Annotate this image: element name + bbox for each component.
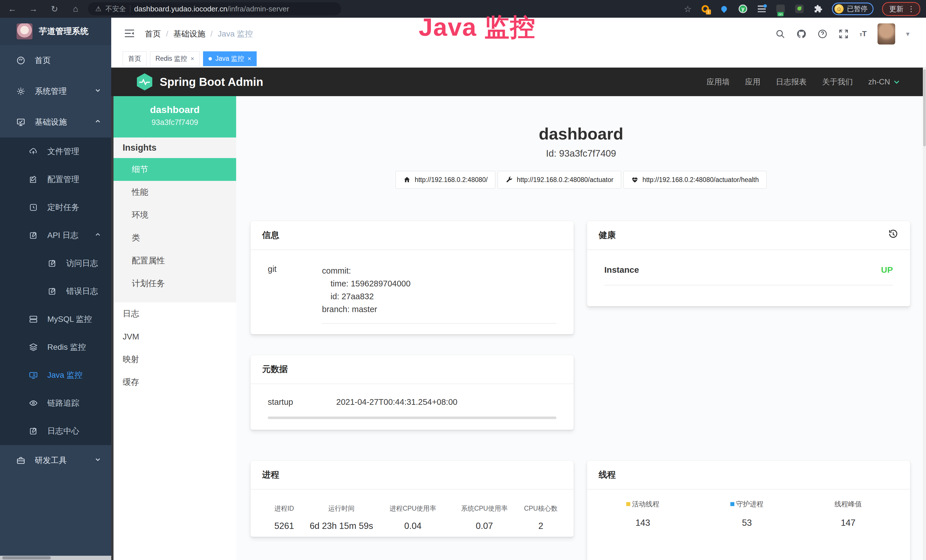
reload-icon[interactable]: ↻ — [50, 4, 59, 14]
sba-item-metrics[interactable]: 性能 — [113, 181, 236, 204]
address-bar[interactable]: ⚠ 不安全 dashboard.yudao.iocoder.cn/infra/a… — [88, 2, 341, 15]
tab-java-monitor[interactable]: Java 监控× — [203, 51, 257, 66]
sidebar-item-java-monitor[interactable]: Java 监控 — [0, 361, 111, 389]
sba-item-config-props[interactable]: 配置属性 — [113, 249, 236, 272]
sba-nav-wallboard[interactable]: 应用墙 — [707, 77, 729, 87]
threads-card: 线程 活动线程 143 守护进程 53 — [587, 460, 910, 560]
clock-history-icon — [29, 203, 38, 212]
sidebar-item-trace[interactable]: 链路追踪 — [0, 389, 111, 417]
sidebar-item-dev-tools[interactable]: 研发工具 — [0, 445, 111, 476]
home-icon — [403, 176, 411, 183]
sidebar-item-config-manage[interactable]: 配置管理 — [0, 165, 111, 194]
health-url-button[interactable]: http://192.168.0.2:48080/actuator/health — [623, 171, 767, 189]
annotation-java-monitor: Java 监控 — [419, 10, 536, 44]
sba-item-environment[interactable]: 环境 — [113, 204, 236, 227]
peak-threads-value: 147 — [795, 518, 901, 528]
server-icon — [29, 315, 38, 324]
horizontal-scrollbar[interactable] — [0, 556, 111, 560]
sidebar-item-system[interactable]: 系统管理 — [0, 76, 111, 107]
extension-grid-icon[interactable] — [757, 4, 767, 14]
extension-leaf-icon[interactable] — [794, 4, 805, 14]
sba-logo-icon — [137, 73, 152, 91]
sidebar-item-redis-monitor[interactable]: Redis 监控 — [0, 333, 111, 361]
help-icon[interactable] — [817, 29, 828, 39]
sba-instance-header[interactable]: dashboard 93a3fc7f7409 — [113, 96, 236, 138]
info-row-label: git — [268, 265, 322, 324]
forward-icon[interactable]: → — [29, 4, 38, 14]
sidebar-item-mysql-monitor[interactable]: MySQL 监控 — [0, 305, 111, 333]
sba-item-mappings[interactable]: 映射 — [113, 348, 236, 371]
history-icon[interactable] — [888, 229, 899, 242]
sidebar-item-api-log[interactable]: API 日志 — [0, 221, 111, 249]
process-table-header: 进程ID 运行时间 进程CPU使用率 系统CPU使用率 CPU核心数 — [262, 504, 562, 513]
breadcrumb-current: Java 监控 — [218, 29, 253, 39]
threads-legend: 活动线程 143 守护进程 53 线程峰值 14 — [587, 499, 910, 528]
sba-nav-about[interactable]: 关于我们 — [822, 77, 853, 87]
sidebar-item-home[interactable]: 首页 — [0, 45, 111, 76]
fullscreen-icon[interactable] — [838, 29, 849, 39]
extension-pin-icon[interactable] — [719, 4, 729, 14]
tab-home[interactable]: 首页 — [123, 51, 147, 66]
actuator-url-button[interactable]: http://192.168.0.2:48080/actuator — [498, 171, 621, 189]
sba-sidebar: dashboard 93a3fc7f7409 Insights 细节 性能 环境… — [113, 96, 236, 560]
extensions-puzzle-icon[interactable] — [813, 4, 823, 14]
extension-orange-icon[interactable]: 1 — [700, 4, 710, 14]
layers-icon — [29, 343, 38, 352]
sba-item-scheduled-tasks[interactable]: 计划任务 — [113, 272, 236, 295]
sidebar-item-scheduled-job[interactable]: 定时任务 — [0, 194, 111, 221]
breadcrumb-home[interactable]: 首页 — [145, 29, 161, 39]
update-button[interactable]: 更新 ⋮ — [882, 2, 920, 16]
browser-actions: ☆ 1 y on ☺ 已暂停 更新 ⋮ — [684, 2, 920, 16]
page-url[interactable]: dashboard.yudao.iocoder.cn/infra/admin-s… — [134, 5, 289, 14]
sidebar-item-infra[interactable]: 基础设施 — [0, 107, 111, 138]
horizontal-scrollbar[interactable] — [268, 416, 557, 419]
tab-redis-monitor[interactable]: Redis 监控× — [150, 51, 200, 66]
metadata-card-title: 元数据 — [251, 355, 573, 384]
sidebar-item-file-manage[interactable]: 文件管理 — [0, 138, 111, 165]
home-icon[interactable]: ⌂ — [71, 4, 80, 14]
active-dot-icon — [209, 57, 212, 61]
user-avatar[interactable] — [878, 23, 895, 44]
sba-group-label: Insights — [113, 138, 236, 158]
sba-item-jvm[interactable]: JVM — [113, 325, 236, 348]
sba-item-caches[interactable]: 缓存 — [113, 371, 236, 394]
extension-on-icon[interactable]: on — [775, 4, 786, 14]
app-logo-row[interactable]: 芋道管理系统 — [0, 18, 111, 45]
font-size-icon[interactable]: тT — [859, 29, 867, 38]
sidebar-item-access-log[interactable]: 访问日志 — [0, 249, 111, 277]
chevron-up-icon — [94, 118, 101, 127]
search-icon[interactable] — [775, 29, 785, 39]
sba-item-logs[interactable]: 日志 — [113, 303, 236, 325]
tv-icon — [29, 371, 38, 380]
not-secure-icon: ⚠ — [95, 5, 101, 13]
close-icon[interactable]: × — [191, 55, 194, 62]
sba-instance-id: 93a3fc7f7409 — [113, 118, 236, 127]
monitor-icon — [16, 118, 26, 127]
daemon-threads-value: 53 — [698, 518, 795, 528]
github-icon[interactable] — [796, 29, 806, 39]
sba-language-select[interactable]: zh-CN — [868, 77, 900, 86]
browser-menu-icon[interactable]: ⋮ — [908, 5, 915, 14]
sba-nav-journal[interactable]: 日志报表 — [776, 77, 806, 87]
sba-item-details[interactable]: 细节 — [113, 158, 236, 181]
vertical-scrollbar[interactable] — [923, 68, 926, 560]
instance-title: dashboard — [236, 124, 926, 143]
chevron-down-icon — [94, 87, 101, 96]
service-url-button[interactable]: http://192.168.0.2:48080/ — [396, 171, 495, 189]
extension-y-icon[interactable]: y — [738, 4, 748, 14]
profile-status-label: 已暂停 — [847, 4, 867, 14]
sba-item-classes[interactable]: 类 — [113, 227, 236, 249]
sba-nav-applications[interactable]: 应用 — [745, 77, 760, 87]
security-label[interactable]: 不安全 — [106, 4, 126, 14]
sidebar-item-log-center[interactable]: 日志中心 — [0, 417, 111, 445]
bookmark-star-icon[interactable]: ☆ — [684, 4, 691, 14]
caret-down-icon[interactable]: ▾ — [906, 30, 909, 38]
hamburger-icon[interactable] — [124, 28, 135, 40]
breadcrumb-infra[interactable]: 基础设施 — [173, 29, 205, 39]
sidebar-item-error-log[interactable]: 错误日志 — [0, 277, 111, 305]
profile-chip[interactable]: ☺ 已暂停 — [832, 3, 873, 15]
health-instance-row: Instance UP — [604, 265, 893, 285]
chevron-down-icon — [893, 78, 900, 86]
back-icon[interactable]: ← — [8, 4, 17, 14]
close-icon[interactable]: × — [248, 55, 251, 62]
